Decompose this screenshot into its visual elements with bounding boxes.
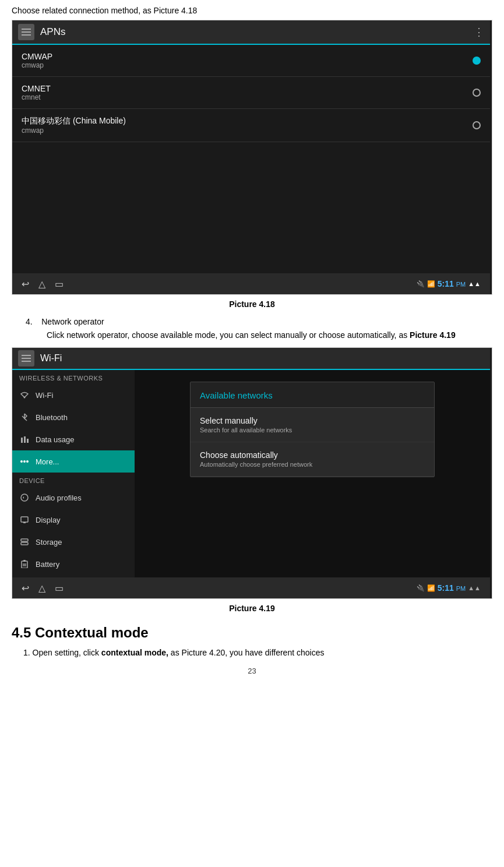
svg-point-11 — [23, 460, 26, 463]
svg-rect-14 — [21, 517, 28, 522]
settings-body: WIRELESS & NETWORKS Wi-Fi Bluetooth — [12, 370, 490, 577]
caption-418: Picture 4.18 — [12, 299, 492, 309]
apn-item-info-1: CMWAP cmwap — [22, 52, 52, 69]
back-icon[interactable]: ↩ — [22, 279, 29, 290]
apn-titlebar: APNs ⋮ — [12, 20, 490, 45]
sidebar-display-label: Display — [36, 516, 61, 524]
svg-rect-9 — [27, 439, 29, 443]
wifi-sidebar-icon — [19, 390, 30, 400]
apn-item-sub-3: cmwap — [22, 126, 126, 135]
apn-content: CMWAP cmwap CMNET cmnet 中国移动彩信 (China Mo… — [12, 45, 490, 273]
sidebar-item-more[interactable]: More... — [12, 450, 135, 473]
radio-selected-1 — [473, 57, 481, 65]
audio-sidebar-icon — [19, 492, 30, 503]
sidebar-section-wireless: WIRELESS & NETWORKS — [12, 370, 135, 384]
svg-rect-19 — [23, 560, 26, 562]
dialog-box: Available networks Select manually Searc… — [190, 382, 435, 477]
sidebar-storage-label: Storage — [36, 538, 62, 547]
section-item-4: 4. Network operator Click network operat… — [12, 317, 492, 341]
home-icon[interactable]: △ — [38, 279, 45, 290]
apn-item-cmwap[interactable]: CMWAP cmwap — [12, 45, 490, 77]
svg-rect-15 — [23, 522, 26, 523]
usb-icon: 🔌 — [417, 280, 425, 288]
more-sidebar-icon — [19, 456, 30, 467]
svg-rect-20 — [23, 563, 26, 566]
section-45-title: 4.5 Contextual mode — [12, 625, 492, 641]
status-time: 5:11 PM — [438, 279, 466, 288]
sidebar-more-label: More... — [36, 457, 59, 466]
settings-status-time: 5:11 PM — [438, 583, 466, 593]
apn-navbar: ↩ △ ▭ 🔌 📶 5:11 PM ▲▲ — [12, 273, 490, 294]
apn-item-info-3: 中国移动彩信 (China Mobile) cmwap — [22, 116, 126, 135]
dialog-opt-name-2: Choose automatically — [200, 450, 425, 460]
section-number-4: 4. Network operator — [26, 317, 492, 326]
recents-icon[interactable]: ▭ — [55, 279, 64, 290]
section-desc-4: Click network operator, choose available… — [47, 329, 492, 341]
settings-main: Available networks Select manually Searc… — [135, 370, 490, 577]
dialog-option-2[interactable]: Choose automatically Automatically choos… — [191, 442, 434, 477]
settings-recents-icon[interactable]: ▭ — [55, 583, 64, 594]
dialog-opt-sub-1: Search for all available networks — [200, 427, 425, 434]
svg-rect-7 — [21, 438, 23, 443]
settings-screen: Wi-Fi WIRELESS & NETWORKS Wi-Fi — [12, 348, 490, 598]
apn-item-sub-1: cmwap — [22, 61, 52, 69]
section-45-desc: 1. Open setting, click contextual mode, … — [23, 648, 492, 657]
sidebar-bluetooth-label: Bluetooth — [36, 413, 68, 422]
apn-screen: APNs ⋮ CMWAP cmwap CMNET cmnet — [12, 20, 490, 294]
svg-rect-8 — [24, 436, 26, 443]
settings-status-bar: 🔌 📶 5:11 PM ▲▲ — [417, 583, 481, 593]
battery-sidebar-icon — [19, 559, 30, 569]
svg-rect-17 — [21, 542, 28, 545]
signal-icon: 📶 — [427, 280, 435, 288]
apn-status-bar: 🔌 📶 5:11 PM ▲▲ — [417, 279, 481, 288]
apn-item-name-2: CMNET — [22, 84, 51, 93]
dialog-overlay: Available networks Select manually Searc… — [135, 370, 490, 577]
settings-title: Wi-Fi — [40, 353, 62, 364]
settings-menu-icon — [18, 350, 34, 366]
svg-point-12 — [26, 460, 29, 463]
settings-nav-icons: ↩ △ ▭ — [22, 583, 64, 594]
settings-back-icon[interactable]: ↩ — [22, 583, 29, 594]
sidebar-item-audio[interactable]: Audio profiles — [12, 487, 135, 509]
sidebar-item-bluetooth[interactable]: Bluetooth — [12, 406, 135, 428]
sidebar-wifi-label: Wi-Fi — [36, 391, 53, 400]
sidebar-item-data-usage[interactable]: Data usage — [12, 428, 135, 450]
dialog-opt-sub-2: Automatically choose preferred network — [200, 461, 425, 468]
settings-home-icon[interactable]: △ — [38, 583, 45, 594]
settings-sidebar: WIRELESS & NETWORKS Wi-Fi Bluetooth — [12, 370, 135, 577]
apn-item-name-1: CMWAP — [22, 52, 52, 61]
svg-rect-3 — [22, 355, 31, 356]
sidebar-item-display[interactable]: Display — [12, 509, 135, 531]
sidebar-section-device: DEVICE — [12, 473, 135, 487]
settings-titlebar: Wi-Fi — [12, 348, 490, 370]
svg-rect-1 — [22, 31, 31, 33]
storage-sidebar-icon — [19, 537, 30, 547]
sidebar-item-battery[interactable]: Battery — [12, 553, 135, 575]
sidebar-item-storage[interactable]: Storage — [12, 531, 135, 553]
picture-419-screenshot: Wi-Fi WIRELESS & NETWORKS Wi-Fi — [12, 347, 492, 599]
apn-item-sub-2: cmnet — [22, 93, 51, 101]
svg-point-10 — [20, 460, 23, 463]
dialog-title: Available networks — [191, 382, 434, 408]
wifi-icon: ▲▲ — [468, 280, 481, 287]
svg-rect-2 — [22, 34, 31, 36]
dialog-option-1[interactable]: Select manually Search for all available… — [191, 408, 434, 442]
page: Choose related connection method, as Pic… — [0, 0, 504, 681]
apn-title: APNs — [40, 26, 474, 38]
page-number: 23 — [12, 667, 492, 675]
more-icon: ⋮ — [474, 26, 484, 38]
apn-item-cmnet[interactable]: CMNET cmnet — [12, 77, 490, 109]
picture-418-screenshot: APNs ⋮ CMWAP cmwap CMNET cmnet — [12, 20, 492, 295]
intro-text: Choose related connection method, as Pic… — [12, 6, 492, 15]
menu-icon — [18, 24, 34, 40]
settings-signal-icon: 📶 — [427, 584, 435, 592]
settings-usb-icon: 🔌 — [417, 584, 425, 592]
sidebar-item-wifi[interactable]: Wi-Fi — [12, 384, 135, 406]
caption-419: Picture 4.19 — [12, 604, 492, 613]
svg-rect-5 — [22, 361, 31, 362]
svg-point-6 — [24, 397, 26, 399]
apn-item-name-3: 中国移动彩信 (China Mobile) — [22, 116, 126, 126]
svg-rect-16 — [21, 539, 28, 541]
apn-item-info-2: CMNET cmnet — [22, 84, 51, 101]
apn-item-china-mobile[interactable]: 中国移动彩信 (China Mobile) cmwap — [12, 109, 490, 142]
